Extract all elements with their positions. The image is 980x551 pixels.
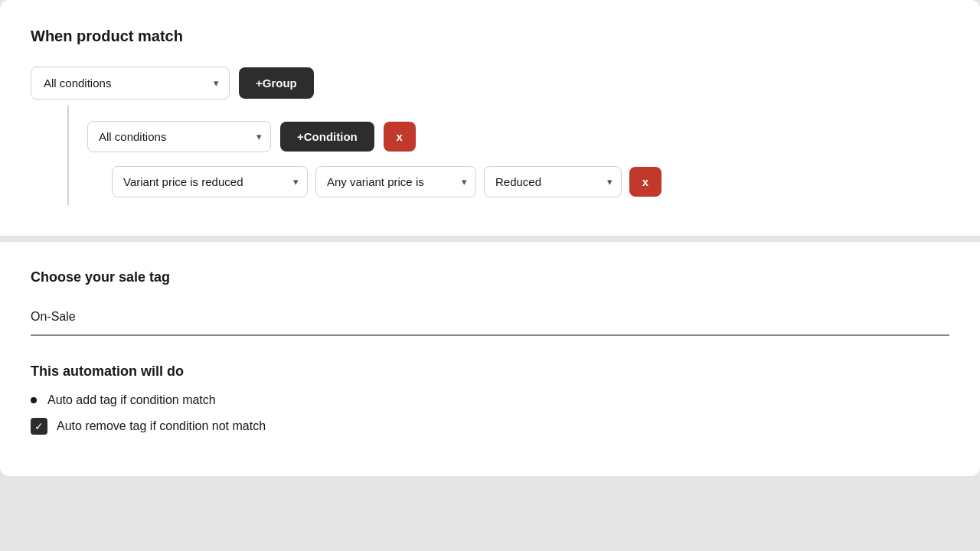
group-indent: All conditions Any conditions ▾ +Conditi… [67, 106, 949, 205]
condition-field2-wrapper: Any variant price is All variant prices … [315, 166, 476, 197]
condition-row: Variant price is reduced Product title T… [69, 152, 949, 205]
sale-tag-title: Choose your sale tag [31, 269, 949, 285]
bullet-dot-icon [31, 397, 37, 403]
remove-condition-button[interactable]: x [629, 167, 662, 197]
add-group-button[interactable]: +Group [239, 67, 314, 99]
condition-field3-wrapper: Reduced Not reduced ▾ [484, 166, 622, 197]
auto-remove-checkbox[interactable]: ✓ [31, 418, 47, 435]
inner-condition-select-wrapper: All conditions Any conditions ▾ [87, 121, 271, 152]
automation-item-add: Auto add tag if condition match [31, 393, 949, 407]
remove-group-button[interactable]: x [384, 122, 416, 152]
outer-condition-select-wrapper: All conditions Any conditions ▾ [31, 67, 230, 99]
section-title: When product match [31, 28, 949, 45]
when-product-match-section: When product match All conditions Any co… [0, 0, 980, 236]
automation-list: Auto add tag if condition match ✓ Auto r… [31, 393, 949, 435]
outer-condition-select[interactable]: All conditions Any conditions [31, 67, 230, 99]
inner-condition-row: All conditions Any conditions ▾ +Conditi… [69, 106, 949, 152]
automation-item-remove: ✓ Auto remove tag if condition not match [31, 418, 949, 435]
automation-add-label: Auto add tag if condition match [47, 393, 216, 407]
condition-field2-select[interactable]: Any variant price is All variant prices … [315, 166, 476, 197]
automation-remove-label: Auto remove tag if condition not match [57, 419, 266, 433]
condition-field1-wrapper: Variant price is reduced Product title T… [112, 166, 308, 197]
inner-condition-select[interactable]: All conditions Any conditions [87, 121, 271, 152]
condition-field3-select[interactable]: Reduced Not reduced [484, 166, 622, 197]
condition-field1-select[interactable]: Variant price is reduced Product title T… [112, 166, 308, 197]
sale-tag-input[interactable] [31, 299, 949, 336]
automation-title: This automation will do [31, 364, 949, 380]
add-condition-button[interactable]: +Condition [280, 122, 374, 152]
sale-tag-section: Choose your sale tag This automation wil… [0, 242, 980, 476]
outer-condition-row: All conditions Any conditions ▾ +Group [31, 67, 949, 99]
